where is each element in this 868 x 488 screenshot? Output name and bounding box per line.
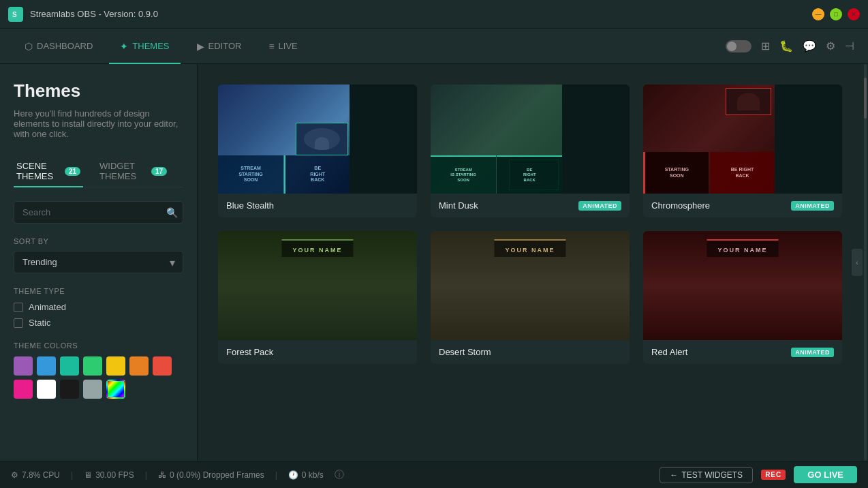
theme-card-redalert[interactable]: YOUR NAME Red Alert ANIMATED <box>643 231 842 364</box>
redalert-label: Red Alert ANIMATED <box>643 340 842 364</box>
sort-select[interactable]: Trending Newest Popular <box>14 251 183 273</box>
window-controls: — □ ✕ <box>812 8 860 20</box>
search-icon[interactable]: 🔍 <box>166 207 178 218</box>
sort-label: SORT BY <box>14 237 183 245</box>
dropped-value: 0 (0.0%) Dropped Frames <box>170 470 264 480</box>
arrow-icon: ← <box>670 470 678 480</box>
bottombar: ⚙ 7.8% CPU | 🖥 30.00 FPS | 🖧 0 (0.0%) Dr… <box>0 461 868 488</box>
sidebar-collapse-icon[interactable]: ⊣ <box>845 40 854 52</box>
bottom-right-actions: ← TEST WIDGETS REC GO LIVE <box>660 466 857 483</box>
color-blue[interactable] <box>37 356 56 376</box>
cpu-stat: ⚙ 7.8% CPU <box>11 470 60 480</box>
mint-dusk-preview: STREAMIS STARTINGSOON BERIGHTBACK <box>431 85 630 194</box>
live-icon: ≡ <box>268 41 274 52</box>
theme-card-chromosphere[interactable]: STARTINGSOON BE RIGHTBACK Chromosphere A… <box>643 85 842 217</box>
scrollbar[interactable]: ‹ <box>863 64 868 461</box>
mint-dusk-name: Mint Dusk <box>439 200 478 211</box>
color-red[interactable] <box>153 356 172 376</box>
bug-icon[interactable]: 🐛 <box>779 40 793 52</box>
blue-stealth-label: Blue Stealth <box>218 194 417 217</box>
color-purple[interactable] <box>14 356 33 376</box>
columns-icon[interactable]: ⊞ <box>761 40 770 52</box>
maximize-button[interactable]: □ <box>830 8 842 20</box>
bandwidth-value: 0 kb/s <box>302 470 324 480</box>
titlebar: S Streamlabs OBS - Version: 0.9.0 — □ ✕ <box>0 0 868 29</box>
collapse-button[interactable]: ‹ <box>852 249 863 276</box>
checkbox-animated[interactable]: Animated <box>14 302 183 312</box>
tab-widget-themes[interactable]: WIDGET THEMES 17 <box>97 155 170 187</box>
theme-card-blue-stealth[interactable]: STREAMSTARTINGSOON BERIGHTBACK <box>218 85 417 217</box>
dashboard-icon: ⬡ <box>25 41 33 52</box>
dropped-stat: 🖧 0 (0.0%) Dropped Frames <box>158 470 264 480</box>
fps-icon: 🖥 <box>84 470 92 480</box>
nav-editor[interactable]: ▶ EDITOR <box>186 29 253 64</box>
sep2: | <box>145 470 147 480</box>
test-widgets-button[interactable]: ← TEST WIDGETS <box>660 467 753 483</box>
color-gray[interactable] <box>83 380 102 399</box>
nav-themes[interactable]: ✦ THEMES <box>109 29 180 64</box>
themes-icon: ✦ <box>120 41 128 52</box>
tab-scene-themes[interactable]: SCENE THEMES 21 <box>14 155 83 187</box>
chromosphere-preview: STARTINGSOON BE RIGHTBACK <box>643 85 842 194</box>
color-pink[interactable] <box>14 380 33 399</box>
nav-right-icons: ⊞ 🐛 💬 ⚙ ⊣ <box>726 40 854 52</box>
toggle-switch[interactable] <box>726 40 751 52</box>
colors-section: THEME COLORS <box>14 341 183 399</box>
color-black[interactable] <box>60 380 79 399</box>
page-title: Themes <box>14 80 183 102</box>
sidebar: Themes Here you'll find hundreds of desi… <box>0 64 198 461</box>
theme-card-mint-dusk[interactable]: STREAMIS STARTINGSOON BERIGHTBACK Mint D… <box>431 85 630 217</box>
redalert-name: Red Alert <box>651 347 687 357</box>
chromosphere-label: Chromosphere ANIMATED <box>643 194 842 217</box>
redalert-animated-badge: ANIMATED <box>791 348 834 357</box>
search-wrapper: 🔍 <box>14 201 183 224</box>
navbar: ⬡ DASHBOARD ✦ THEMES ▶ EDITOR ≡ LIVE ⊞ 🐛… <box>0 29 868 64</box>
toggle-knob <box>727 42 737 51</box>
checkbox-static[interactable]: Static <box>14 318 183 328</box>
minimize-button[interactable]: — <box>812 8 824 20</box>
sort-select-wrapper: Trending Newest Popular <box>14 251 183 273</box>
checkbox-animated-box <box>14 303 23 312</box>
nav-live[interactable]: ≡ LIVE <box>258 29 308 64</box>
fps-stat: 🖥 30.00 FPS <box>84 470 134 480</box>
checkbox-static-box <box>14 318 23 328</box>
blue-stealth-name: Blue Stealth <box>226 200 274 211</box>
forest-label: Forest Pack <box>218 340 417 364</box>
app-icon: S <box>8 7 23 22</box>
color-white[interactable] <box>37 380 56 399</box>
page-description: Here you'll find hundreds of design elem… <box>14 108 183 139</box>
discord-icon[interactable]: 💬 <box>803 40 816 52</box>
mint-dusk-label: Mint Dusk ANIMATED <box>431 194 630 217</box>
bandwidth-icon: 🕐 <box>288 470 298 480</box>
main-content: Themes Here you'll find hundreds of desi… <box>0 64 868 461</box>
color-yellow[interactable] <box>106 356 125 376</box>
themes-grid: STREAMSTARTINGSOON BERIGHTBACK <box>218 85 842 364</box>
close-button[interactable]: ✕ <box>848 8 860 20</box>
color-multicolor[interactable] <box>106 380 125 399</box>
scroll-thumb[interactable] <box>864 78 867 119</box>
cpu-icon: ⚙ <box>11 470 18 480</box>
app-title: Streamlabs OBS - Version: 0.9.0 <box>30 9 812 19</box>
redalert-preview: YOUR NAME <box>643 231 842 340</box>
scroll-track <box>864 64 867 461</box>
color-orange[interactable] <box>129 356 149 376</box>
widget-themes-badge: 17 <box>151 167 167 176</box>
info-icon[interactable]: ⓘ <box>335 469 344 481</box>
settings-icon[interactable]: ⚙ <box>826 40 835 52</box>
color-swatches <box>14 356 183 399</box>
cpu-value: 7.8% CPU <box>22 470 60 480</box>
search-input[interactable] <box>14 201 183 224</box>
sep3: | <box>275 470 277 480</box>
themes-content: STREAMSTARTINGSOON BERIGHTBACK <box>198 64 863 461</box>
theme-tabs: SCENE THEMES 21 WIDGET THEMES 17 <box>14 155 183 187</box>
color-teal[interactable] <box>60 356 79 376</box>
rec-badge[interactable]: REC <box>761 470 786 480</box>
scene-themes-badge: 21 <box>65 167 80 176</box>
color-green[interactable] <box>83 356 102 376</box>
go-live-button[interactable]: GO LIVE <box>794 466 857 483</box>
blue-stealth-preview: STREAMSTARTINGSOON BERIGHTBACK <box>218 85 417 194</box>
theme-card-forest[interactable]: YOUR NAME Forest Pack <box>218 231 417 364</box>
nav-dashboard[interactable]: ⬡ DASHBOARD <box>14 29 104 64</box>
forest-name: Forest Pack <box>226 347 273 357</box>
theme-card-desert[interactable]: YOUR NAME Desert Storm <box>431 231 630 364</box>
